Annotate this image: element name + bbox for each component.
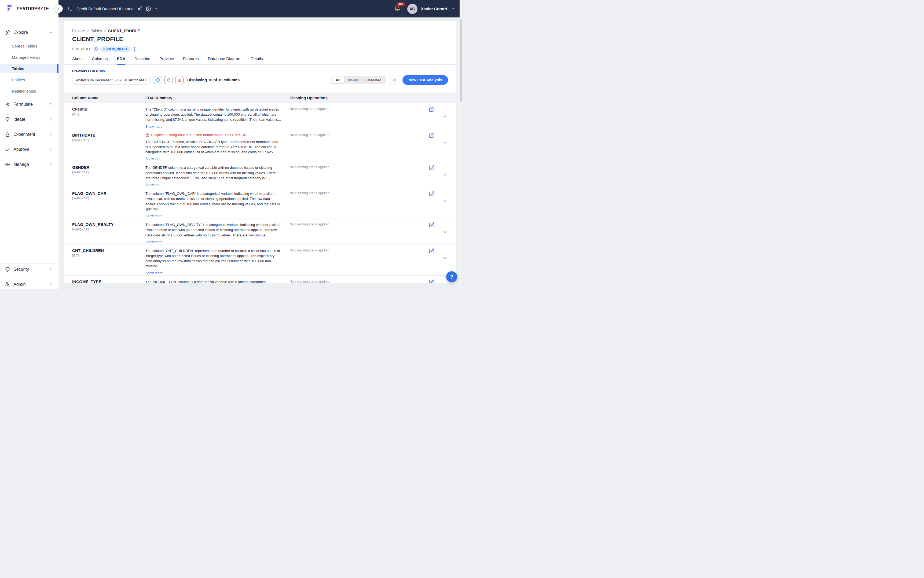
chevron-down-icon <box>442 198 448 204</box>
chevron-down-icon[interactable] <box>451 7 454 10</box>
show-more-link[interactable]: Show more <box>146 271 162 275</box>
edit-cleaning-button[interactable] <box>428 222 434 228</box>
edit-cleaning-button[interactable] <box>428 107 434 113</box>
lightbulb-icon <box>5 117 10 122</box>
show-more-link[interactable]: Show more <box>146 240 162 244</box>
chevron-down-icon <box>442 140 448 145</box>
expand-row-button[interactable] <box>442 255 448 261</box>
filter-all[interactable]: All <box>332 76 344 83</box>
show-more-link[interactable]: Show more <box>146 214 162 218</box>
sidebar-item-label: Formulate <box>13 102 49 107</box>
column-name: FLAG_OWN_REALTY <box>72 222 146 227</box>
edit-cleaning-button[interactable] <box>428 133 434 139</box>
filter-segmented-control: All Issues Outdated <box>331 76 386 84</box>
check-icon <box>5 147 10 152</box>
breadcrumb-explore[interactable]: Explore <box>72 29 85 33</box>
scrollbar-thumb[interactable] <box>460 19 462 102</box>
sidebar-item-entities[interactable]: Entities <box>0 75 58 84</box>
edit-pencil-icon <box>429 165 434 170</box>
sidebar-item-formulate[interactable]: Formulate <box>0 99 58 110</box>
expand-row-button[interactable] <box>442 114 448 120</box>
column-name: ClientID <box>72 107 146 111</box>
sidebar-item-security[interactable]: Security <box>0 264 58 275</box>
filter-outdated[interactable]: Outdated <box>363 76 385 83</box>
gear-icon[interactable] <box>146 6 151 11</box>
eda-run-select-value: Analysis on December 1, 2025 10:48:22 AM <box>76 78 144 82</box>
topbar: Credit Default Dataset UI tutorial 995 X… <box>58 0 462 18</box>
breadcrumb-tables[interactable]: Tables <box>91 29 102 33</box>
scrollbar[interactable] <box>460 0 462 289</box>
brand-name: FEATUREBYTE <box>17 6 49 11</box>
help-button[interactable]: ? <box>446 271 457 282</box>
column-name: FLAG_OWN_CAR <box>72 191 146 196</box>
brand-logo[interactable]: FEATUREBYTE <box>0 0 58 18</box>
share-icon[interactable] <box>137 6 143 11</box>
tab-preview[interactable]: Preview <box>159 56 173 64</box>
table-row: CNT_CHILDREN [INT] The column "CNT_CHILD… <box>64 244 456 275</box>
edit-cleaning-button[interactable] <box>428 191 434 197</box>
eda-summary-text: The "ClientID" column is a numeric uniqu… <box>146 107 281 122</box>
sidebar-item-admin[interactable]: Admin <box>0 279 58 289</box>
delete-run-button[interactable] <box>175 76 183 84</box>
cleaning-operations-text: No cleaning steps applied. <box>290 133 417 137</box>
sidebar-collapse-button[interactable] <box>55 5 63 13</box>
sidebar-bottom: Security Admin <box>0 263 58 289</box>
tab-describe[interactable]: Describe <box>135 56 150 64</box>
more-actions-button[interactable] <box>133 46 136 52</box>
show-more-link[interactable]: Show more <box>146 183 162 187</box>
column-type: [VARCHAR] <box>72 138 146 142</box>
sidebar-item-relationships[interactable]: Relationships <box>0 86 58 96</box>
sidebar-item-tables[interactable]: Tables <box>0 64 58 73</box>
run-info-button[interactable] <box>154 76 162 84</box>
expand-row-button[interactable] <box>442 198 448 204</box>
new-eda-analysis-button[interactable]: New EDA Analysis <box>402 75 448 85</box>
sidebar-item-source-tables[interactable]: Source Tables <box>0 41 58 50</box>
chevron-right-icon <box>49 102 53 106</box>
chevron-down-icon[interactable] <box>154 7 157 10</box>
trash-icon <box>177 78 182 82</box>
tab-database-diagram[interactable]: Database Diagram <box>208 56 242 64</box>
expand-row-button[interactable] <box>442 140 448 146</box>
user-name: Xavier Conort <box>421 6 447 11</box>
tab-features[interactable]: Features <box>183 56 199 64</box>
show-more-link[interactable]: Show more <box>146 125 162 128</box>
notifications-button[interactable]: 995 <box>394 5 400 12</box>
notification-count-badge: 995 <box>397 2 405 6</box>
expand-row-button[interactable] <box>442 172 448 178</box>
sidebar-item-managed-views[interactable]: Managed Views <box>0 53 58 62</box>
warning-text: Suspected string-based datetime format f… <box>151 133 248 137</box>
edit-cleaning-button[interactable] <box>428 248 434 254</box>
table-header: Column Name EDA Summary Cleaning Operati… <box>64 93 456 103</box>
chevron-right-icon <box>49 117 53 121</box>
sidebar-item-manage[interactable]: Manage <box>0 159 58 170</box>
sidebar-item-ideate[interactable]: Ideate <box>0 114 58 125</box>
shield-check-icon <box>5 267 10 272</box>
sidebar: FEATUREBYTE Explore Source Tables Manage… <box>0 0 58 289</box>
eda-run-select[interactable]: Analysis on December 1, 2025 10:48:22 AM <box>72 76 151 84</box>
show-more-link[interactable]: Show more <box>146 157 162 161</box>
tab-eda[interactable]: EDA <box>117 56 125 64</box>
header-column-name: Column Name <box>72 96 146 100</box>
search-button[interactable] <box>389 75 399 85</box>
project-title[interactable]: Credit Default Dataset UI tutorial <box>76 6 135 11</box>
tab-columns[interactable]: Columns <box>92 56 108 64</box>
app-screen: FEATUREBYTE Explore Source Tables Manage… <box>0 0 462 289</box>
column-name: GENDER <box>72 165 146 170</box>
header-cleaning-operations: Cleaning Operations <box>290 96 417 100</box>
sidebar-item-explore[interactable]: Explore <box>0 27 58 38</box>
expand-row-button[interactable] <box>442 229 448 235</box>
edit-cleaning-button[interactable] <box>428 165 434 171</box>
sidebar-item-experiment[interactable]: Experiment <box>0 129 58 140</box>
refresh-run-button[interactable] <box>164 76 173 84</box>
tab-about[interactable]: About <box>72 56 83 64</box>
sidebar-item-approve[interactable]: Approve <box>0 144 58 155</box>
filter-issues[interactable]: Issues <box>344 76 363 83</box>
edit-cleaning-button[interactable] <box>428 279 434 283</box>
user-search-icon <box>5 282 10 287</box>
tab-details[interactable]: Details <box>251 56 263 64</box>
avatar[interactable]: XC <box>407 4 417 14</box>
table-row: INCOME_TYPE [VARCHAR] The INCOME_TYPE co… <box>64 275 456 283</box>
eda-summary-text: The GENDER column is a categorical varia… <box>146 165 281 180</box>
help-circle-icon[interactable] <box>94 47 98 51</box>
table-row: FLAG_OWN_CAR [VARCHAR] The column "FLAG_… <box>64 187 456 218</box>
